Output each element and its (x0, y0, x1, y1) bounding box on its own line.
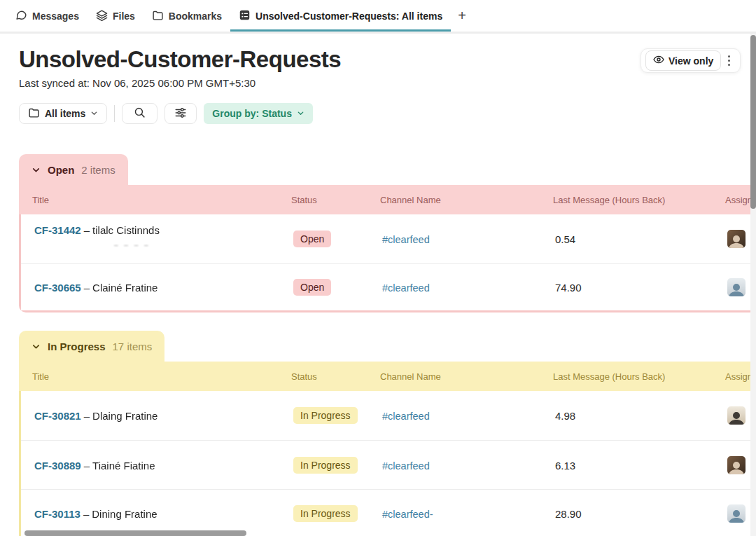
last-synced-text: Last synced at: Nov 06, 2025 06:00 PM GM… (19, 77, 255, 89)
title-separator: – (81, 224, 92, 236)
status-badge: Open (293, 231, 331, 247)
table-row[interactable]: CF-31442–tilalc Cistinnds – – – – Open #… (21, 214, 756, 264)
folder-icon (152, 9, 164, 23)
column-header-title: Title (32, 371, 49, 382)
group-name: In Progress (48, 341, 106, 352)
column-header-channel: Channel Name (380, 195, 441, 205)
view-only-label: View only (668, 55, 713, 67)
group-open-body: CF-31442–tilalc Cistinnds – – – – Open #… (19, 214, 756, 312)
title-separator: – (81, 282, 92, 294)
more-options-button[interactable] (722, 53, 736, 69)
chevron-down-icon (90, 108, 98, 119)
column-header-row: Title Status Channel Name Last Message (… (19, 362, 756, 391)
tab-bookmarks[interactable]: Bookmarks (144, 0, 230, 32)
channel-link[interactable]: #clearfeed (382, 234, 430, 245)
plus-icon: + (458, 8, 466, 24)
request-id-link[interactable]: CF-30665 (34, 282, 81, 294)
group-open-toggle[interactable]: Open 2 items (19, 154, 128, 185)
request-subtitle-blurred: – – – – (114, 241, 150, 249)
channel-link[interactable]: #clearfeed (382, 411, 430, 422)
vertical-scrollbar-thumb[interactable] (750, 35, 756, 209)
status-badge: In Progress (293, 407, 358, 424)
tab-unsolved-customer-requests[interactable]: Unsolved-Customer-Requests: All items (230, 0, 451, 32)
chevron-down-icon (31, 165, 41, 174)
column-header-status: Status (291, 195, 317, 205)
group-count: 2 items (81, 164, 115, 176)
hours-value: 74.90 (555, 282, 582, 294)
new-tab-button[interactable]: + (451, 0, 473, 32)
list-view-icon (239, 9, 251, 23)
status-badge: In Progress (293, 457, 358, 474)
channel-link[interactable]: #clearfeed (382, 282, 430, 294)
hours-value: 6.13 (555, 459, 575, 471)
title-separator: – (80, 508, 92, 520)
page-title: Unsolved-Customer-Requests (19, 46, 341, 73)
view-filter-button[interactable]: All items (19, 103, 107, 124)
tab-files[interactable]: Files (88, 0, 144, 32)
request-id-link[interactable]: CF-30889 (34, 459, 81, 471)
assignee-avatar (727, 230, 746, 248)
request-id-link[interactable]: CF-30113 (34, 508, 80, 520)
view-only-button[interactable]: View only (645, 50, 721, 71)
tab-label: Bookmarks (169, 11, 222, 22)
request-title-blurred: Clainé Fratine (92, 282, 158, 294)
chevron-down-icon (297, 108, 304, 119)
layers-icon (96, 9, 108, 23)
search-button[interactable] (122, 103, 158, 124)
eye-icon (653, 54, 664, 67)
search-icon (134, 106, 146, 121)
channel-link[interactable]: #clearfeed (382, 460, 430, 471)
group-in-progress: In Progress 17 items Title Status Channe… (19, 331, 756, 536)
column-header-channel: Channel Name (380, 371, 441, 382)
request-id-link[interactable]: CF-30821 (34, 410, 81, 422)
hours-value: 4.98 (555, 410, 575, 422)
title-separator: – (81, 459, 92, 471)
toolbar-divider (114, 105, 115, 122)
column-header-row: Title Status Channel Name Last Message (… (19, 185, 756, 214)
title-separator: – (81, 410, 92, 422)
request-id-link[interactable]: CF-31442 (34, 224, 81, 236)
group-open: Open 2 items Title Status Channel Name L… (19, 154, 756, 312)
folder-icon (28, 106, 40, 121)
request-title-blurred: Dining Fratine (92, 508, 157, 520)
group-count: 17 items (113, 341, 153, 352)
column-header-last-message: Last Message (Hours Back) (553, 371, 665, 382)
header-controls: View only (640, 48, 741, 73)
hours-value: 0.54 (555, 233, 575, 245)
table-row[interactable]: CF-30665–Clainé Fratine Open #clearfeed … (21, 264, 756, 310)
group-name: Open (48, 164, 74, 176)
sliders-icon (174, 106, 187, 121)
view-filter-label: All items (45, 108, 85, 119)
column-header-title: Title (32, 195, 49, 205)
status-badge: Open (293, 279, 331, 296)
group-in-progress-toggle[interactable]: In Progress 17 items (19, 331, 164, 362)
group-by-label: Group by: Status (212, 108, 292, 119)
table-row[interactable]: CF-30113–Dining Fratine In Progress #cle… (21, 490, 756, 536)
chevron-down-icon (31, 342, 41, 351)
table-row[interactable]: CF-30821–Dlaing Fratine In Progress #cle… (21, 391, 756, 441)
tab-label: Files (113, 11, 135, 22)
horizontal-scrollbar-thumb[interactable] (24, 530, 246, 536)
assignee-avatar (727, 504, 746, 523)
hours-value: 28.90 (555, 508, 582, 520)
table-row[interactable]: CF-30889–Tiainé Fiatine In Progress #cle… (21, 441, 756, 490)
app-window: Messages Files Bookmarks Unsolved-Custom… (0, 0, 756, 536)
request-title-blurred: Dlaing Fratine (92, 410, 158, 422)
assignee-avatar (727, 456, 746, 474)
channel-link[interactable]: #clearfeed- (382, 509, 433, 520)
status-badge: In Progress (293, 505, 358, 522)
filter-settings-button[interactable] (164, 103, 197, 124)
request-title-blurred: tilalc Cistinnds (92, 224, 160, 236)
tab-label: Messages (32, 11, 79, 22)
column-header-last-message: Last Message (Hours Back) (553, 195, 665, 205)
tab-messages[interactable]: Messages (7, 0, 88, 32)
tab-bar: Messages Files Bookmarks Unsolved-Custom… (0, 0, 756, 34)
tab-label: Unsolved-Customer-Requests: All items (255, 11, 442, 22)
group-in-progress-body: CF-30821–Dlaing Fratine In Progress #cle… (19, 391, 756, 536)
request-title-blurred: Tiainé Fiatine (92, 459, 155, 471)
toolbar: All items Group by: Status (19, 103, 313, 124)
assignee-avatar (727, 278, 746, 296)
chat-bubble-icon (15, 9, 27, 23)
group-by-button[interactable]: Group by: Status (204, 103, 313, 124)
column-header-status: Status (291, 371, 317, 382)
